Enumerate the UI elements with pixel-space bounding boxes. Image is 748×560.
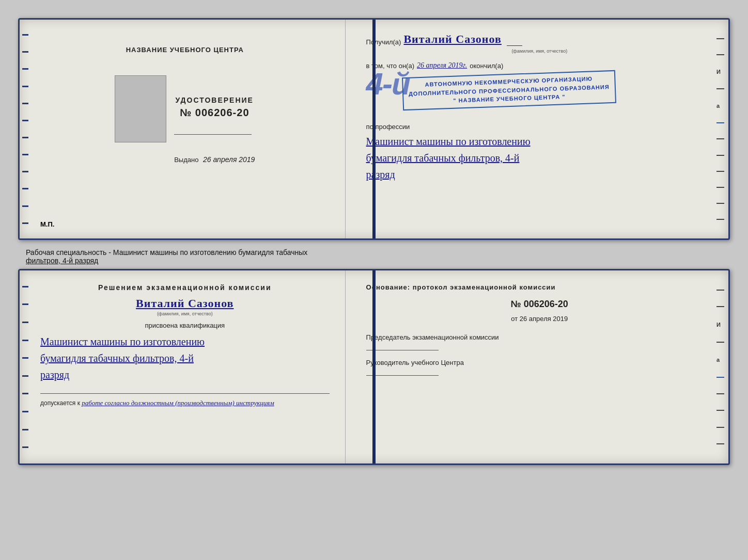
predsedatel-label: Председатель экзаменационной комиссии <box>366 333 713 342</box>
top-certificate-book: НАЗВАНИЕ УЧЕБНОГО ЦЕНТРА УДОСТОВЕРЕНИЕ №… <box>18 18 730 240</box>
udostoverenie-label: УДОСТОВЕРЕНИЕ <box>174 96 255 104</box>
bottom-cert-right-page: Основание: протокол экзаменационной коми… <box>346 270 728 463</box>
dopuskaetsya-text: работе согласно должностным (производств… <box>82 399 274 407</box>
bottom-name-block: Виталий Сазонов (фамилия, имя, отчество) <box>40 297 330 316</box>
osnovanie-title: Основание: протокол экзаменационной коми… <box>366 283 713 291</box>
prisvoena-text: присвоена квалификация <box>40 322 330 329</box>
predsedatel-signature-line <box>366 350 439 350</box>
bottom-qualification-line2: бумагидля табачных фильтров, 4-й <box>40 350 330 366</box>
ot-date-line: от 26 апреля 2019 <box>366 315 713 323</box>
profession-line1: Машинист машины по изготовлению <box>366 133 713 150</box>
dopuskaetsya-prefix: допускается к <box>40 399 80 407</box>
profession-line2: бумагидля табачных фильтров, 4-й <box>366 150 713 166</box>
photo-placeholder <box>115 75 166 142</box>
top-cert-left-page: НАЗВАНИЕ УЧЕБНОГО ЦЕНТРА УДОСТОВЕРЕНИЕ №… <box>20 20 346 238</box>
bottom-qualification-line3: разряд <box>40 366 330 383</box>
protocol-number: № 006206-20 <box>366 299 713 310</box>
stamp-block: 4-й АВТОНОМНУЮ НЕКОММЕРЧЕСКУЮ ОРГАНИЗАЦИ… <box>366 74 713 115</box>
poluchil-prefix: Получил(а) <box>366 38 401 46</box>
center-title: НАЗВАНИЕ УЧЕБНОГО ЦЕНТРА <box>126 45 244 55</box>
poluchil-line: Получил(а) Виталий Сазонов <box>366 33 713 46</box>
bottom-fio-caption: (фамилия, имя, отчество) <box>40 311 330 316</box>
rukovoditel-signature-line <box>366 375 439 376</box>
rukovoditel-block: Руководитель учебного Центра <box>366 358 713 376</box>
resheniem-title: Решением экзаменационной комиссии <box>40 283 330 292</box>
predsedatel-block: Председатель экзаменационной комиссии <box>366 333 713 350</box>
vydano-label: Выдано <box>174 156 198 164</box>
bottom-left-decoration <box>22 270 33 463</box>
bottom-qualification-line1: Машинист машины по изготовлению <box>40 333 330 350</box>
vydano-line: Выдано 26 апреля 2019 <box>174 155 255 164</box>
right-decoration-top: И а <box>716 20 724 238</box>
vydano-date: 26 апреля 2019 <box>203 155 255 164</box>
cert-number-top: № 006206-20 <box>174 107 255 119</box>
separator-normal-text: Рабочая специальность - Машинист машины … <box>26 248 307 257</box>
vtom-line: в том, что он(a) 26 апреля 2019г. окончи… <box>366 61 713 70</box>
bottom-recipient-name: Виталий Сазонов <box>40 297 330 310</box>
bottom-cert-left-page: Решением экзаменационной комиссии Витали… <box>20 270 346 463</box>
profession-line3: разряд <box>366 166 713 183</box>
okonchil-label: окончил(а) <box>470 62 503 70</box>
right-decoration-bottom: И а <box>716 270 724 463</box>
separator-text-block: Рабочая специальность - Машинист машины … <box>18 244 730 269</box>
top-cert-right-page: Получил(а) Виталий Сазонов (фамилия, имя… <box>346 20 728 238</box>
ot-date-value: 26 апреля 2019 <box>520 315 568 323</box>
vtom-date: 26 апреля 2019г. <box>417 61 467 70</box>
bottom-certificate-book: Решением экзаменационной комиссии Витали… <box>18 269 730 465</box>
separator-underlined-text: фильтров, 4-й разряд <box>26 257 98 265</box>
recipient-name: Виталий Сазонов <box>403 33 501 46</box>
ot-prefix: от <box>511 315 518 323</box>
page-container: НАЗВАНИЕ УЧЕБНОГО ЦЕНТРА УДОСТОВЕРЕНИЕ №… <box>10 10 738 473</box>
title-block: НАЗВАНИЕ УЧЕБНОГО ЦЕНТРА <box>126 45 244 55</box>
po-professii-label: по профессии <box>366 123 713 131</box>
dash-after-name <box>507 45 522 46</box>
mp-text: М.П. <box>40 220 54 228</box>
dopuskaetsya-line: допускается к работе согласно должностны… <box>40 393 330 407</box>
rukovoditel-label: Руководитель учебного Центра <box>366 358 713 367</box>
udostoverenie-block: УДОСТОВЕРЕНИЕ № 006206-20 <box>174 96 255 119</box>
fio-caption-top: (фамилия, имя, отчество) <box>366 49 713 54</box>
stamp-text-block: АВТОНОМНУЮ НЕКОММЕРЧЕСКУЮ ОРГАНИЗАЦИЮ ДО… <box>402 70 616 110</box>
